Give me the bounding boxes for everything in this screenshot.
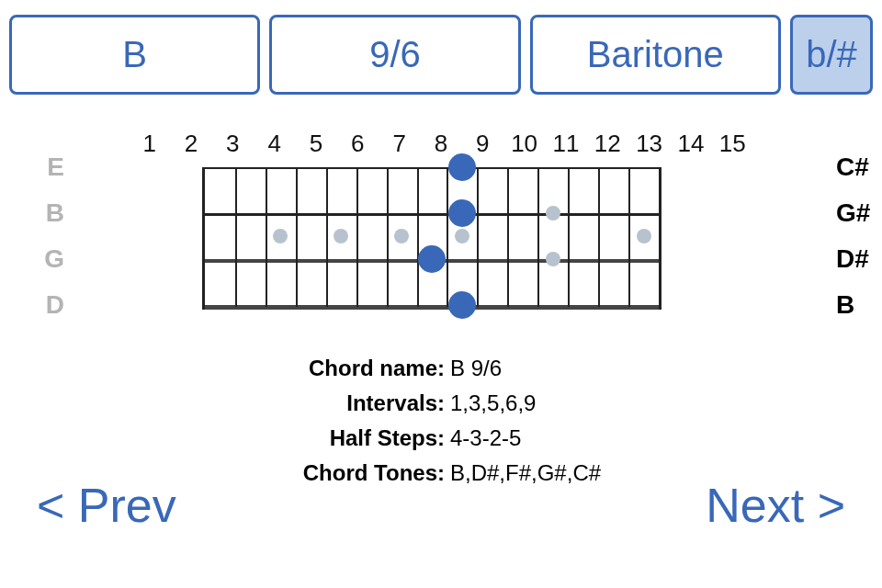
open-string-label: D bbox=[46, 290, 64, 320]
fret-number: 9 bbox=[462, 130, 503, 158]
string-line bbox=[205, 305, 659, 310]
fret-number: 4 bbox=[254, 130, 295, 158]
fret-line bbox=[447, 167, 448, 307]
fret-line bbox=[628, 167, 630, 307]
fret-inlay bbox=[394, 229, 409, 243]
half-steps-value: 4-3-2-5 bbox=[450, 421, 521, 456]
fret-inlay bbox=[273, 229, 288, 243]
accidental-toggle[interactable]: b/# bbox=[790, 15, 873, 95]
fretted-note-label: C# bbox=[836, 153, 869, 182]
fret-number: 7 bbox=[379, 130, 420, 158]
chord-dot bbox=[448, 291, 476, 319]
chord-info: Chord name: B 9/6 Intervals: 1,3,5,6,9 H… bbox=[37, 351, 845, 491]
fret-line bbox=[477, 167, 479, 307]
fret-number: 14 bbox=[670, 130, 711, 158]
intervals-value: 1,3,5,6,9 bbox=[450, 386, 536, 421]
fret-inlay bbox=[637, 229, 651, 243]
fret-number: 10 bbox=[503, 130, 545, 158]
fret-line bbox=[387, 167, 389, 307]
fret-inlay bbox=[334, 229, 348, 243]
fretted-note-label: D# bbox=[836, 244, 869, 274]
fret-number: 13 bbox=[628, 130, 670, 158]
chord-dot bbox=[448, 199, 476, 227]
fret-number: 2 bbox=[170, 130, 211, 158]
fret-number: 5 bbox=[295, 130, 336, 158]
fretboard-grid bbox=[205, 167, 659, 310]
chord-name-value: B 9/6 bbox=[450, 351, 502, 386]
prev-button[interactable]: < Prev bbox=[37, 478, 176, 533]
fret-line bbox=[296, 167, 298, 307]
fret-inlay bbox=[546, 206, 560, 220]
fret-number: 6 bbox=[337, 130, 379, 158]
fret-inlay bbox=[546, 252, 560, 266]
fretted-note-label: B bbox=[836, 290, 854, 320]
fret-line bbox=[266, 167, 267, 307]
chord-type-selector[interactable]: 9/6 bbox=[269, 15, 520, 95]
fret-number: 12 bbox=[587, 130, 628, 158]
info-key: Chord name: bbox=[37, 351, 450, 386]
string-line bbox=[205, 167, 659, 169]
fret-inlay bbox=[455, 229, 469, 243]
fret-line bbox=[417, 167, 419, 307]
fret-line bbox=[356, 167, 358, 307]
fret-line bbox=[598, 167, 600, 307]
string-line bbox=[205, 213, 659, 216]
fret-number-row: 123456789101112131415 bbox=[129, 130, 753, 167]
fret-number: 11 bbox=[545, 130, 586, 158]
fret-number: 1 bbox=[129, 130, 170, 158]
info-key: Half Steps: bbox=[37, 421, 450, 456]
fret-line bbox=[568, 167, 570, 307]
chord-dot bbox=[418, 245, 446, 273]
open-string-label: E bbox=[47, 153, 64, 182]
chord-dot bbox=[448, 153, 476, 181]
fretboard-diagram: 123456789101112131415 EBGD C#G#D#B Chord… bbox=[0, 130, 882, 491]
info-key: Intervals: bbox=[37, 386, 450, 421]
root-selector[interactable]: B bbox=[9, 15, 260, 95]
fret-line bbox=[326, 167, 328, 307]
fret-number: 15 bbox=[712, 130, 753, 158]
fret-line bbox=[537, 167, 539, 307]
next-button[interactable]: Next > bbox=[706, 478, 845, 533]
tuning-selector[interactable]: Baritone bbox=[530, 15, 781, 95]
fret-number: 3 bbox=[212, 130, 254, 158]
fretted-note-label: G# bbox=[836, 198, 870, 228]
fret-line bbox=[507, 167, 509, 307]
fret-line bbox=[235, 167, 237, 307]
open-string-label: G bbox=[44, 244, 64, 274]
open-string-label: B bbox=[46, 198, 64, 228]
